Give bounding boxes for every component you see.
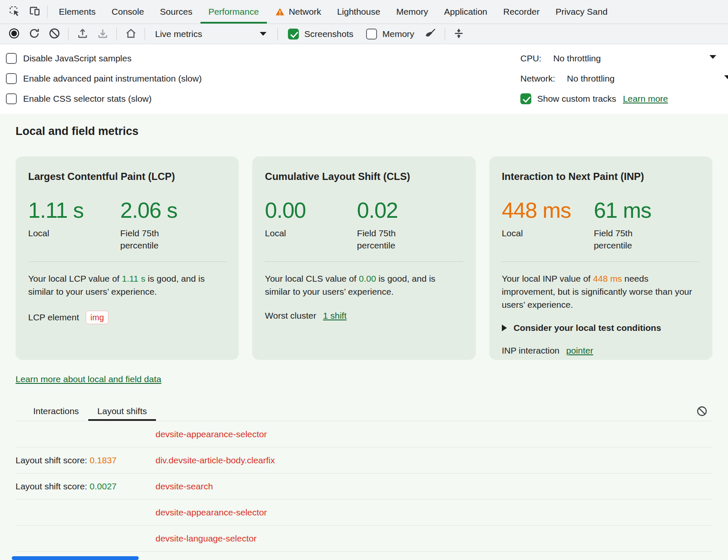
cls-local-label: Local <box>265 227 350 239</box>
device-toolbar-button[interactable] <box>25 3 44 21</box>
tab-interactions[interactable]: Interactions <box>24 401 88 421</box>
tab-lighthouse[interactable]: Lighthouse <box>329 0 388 24</box>
node-link[interactable]: devsite-language-selector <box>156 534 256 543</box>
disclosure-triangle-icon <box>502 325 507 331</box>
custom-tracks-learn-more-link[interactable]: Learn more <box>623 94 668 104</box>
circle-slash-icon <box>696 405 708 418</box>
tab-label: Recorder <box>503 7 539 17</box>
css-selector-stats-checkbox[interactable] <box>6 93 17 104</box>
cls-field-label: Field 75th percentile <box>357 227 420 251</box>
tab-label: Performance <box>208 7 259 17</box>
tab-performance[interactable]: Performance <box>200 0 267 24</box>
tab-network[interactable]: Network <box>267 0 329 24</box>
local-test-conditions-disclosure[interactable]: Consider your local test conditions <box>502 323 700 333</box>
lcp-description: Your local LCP value of 1.11 s is good, … <box>28 272 226 298</box>
cpu-throttling-row: CPU: No throttling <box>520 48 728 69</box>
inspect-element-button[interactable] <box>5 3 24 21</box>
inp-field-column: 61 ms Field 75th percentile <box>594 198 686 251</box>
chevron-down-icon[interactable] <box>710 55 716 59</box>
clear-button[interactable] <box>45 26 64 42</box>
shift-node-cell: devsite-search <box>156 481 213 491</box>
cls-worst-cluster-link[interactable]: 1 shift <box>323 311 346 321</box>
advanced-paint-checkbox[interactable] <box>6 73 17 84</box>
performance-settings: Disable JavaScript samples Enable advanc… <box>0 44 728 114</box>
tab-label: Network <box>289 7 321 17</box>
inp-interaction-label: INP interaction <box>502 346 559 356</box>
local-field-data-learn-more-link[interactable]: Learn more about local and field data <box>16 374 161 384</box>
screenshots-checkbox[interactable] <box>288 29 299 40</box>
memory-label: Memory <box>382 29 414 39</box>
network-throttling-select[interactable]: No throttling <box>567 74 615 84</box>
inp-local-label: Local <box>502 227 587 239</box>
tab-recorder[interactable]: Recorder <box>495 0 547 24</box>
record-and-reload-button[interactable] <box>24 26 44 42</box>
record-icon <box>8 27 20 41</box>
cls-card-title: Cumulative Layout Shift (CLS) <box>265 171 463 182</box>
screenshots-checkbox-row[interactable]: Screenshots <box>282 29 359 40</box>
tab-memory[interactable]: Memory <box>388 0 436 24</box>
tab-label: Layout shifts <box>98 406 147 416</box>
layout-shift-row[interactable]: devsite-language-selector <box>16 526 712 552</box>
layout-shift-row[interactable]: devsite-appearance-selector <box>16 499 712 526</box>
view-mode-dropdown[interactable]: Live metrics <box>149 26 273 42</box>
view-mode-value: Live metrics <box>155 29 202 39</box>
shift-score-cell: Layout shift score: 0.0027 <box>16 481 156 491</box>
lcp-local-value: 1.11 s <box>28 198 113 223</box>
horizontal-scrollbar-thumb[interactable] <box>12 556 139 560</box>
tab-layout-shifts[interactable]: Layout shifts <box>88 401 156 421</box>
tab-label: Lighthouse <box>337 7 380 17</box>
tab-console[interactable]: Console <box>104 0 152 24</box>
inp-field-value: 61 ms <box>594 198 679 223</box>
collect-garbage-button[interactable] <box>421 26 440 42</box>
cls-field-column: 0.02 Field 75th percentile <box>357 198 449 251</box>
live-metrics-home-button[interactable] <box>121 26 140 42</box>
record-button[interactable] <box>4 26 24 42</box>
css-selector-stats-label: Enable CSS selector stats (slow) <box>23 94 152 104</box>
disable-js-samples-checkbox[interactable] <box>6 53 17 64</box>
layout-shift-row[interactable]: Layout shift score: 0.0027 devsite-searc… <box>16 473 712 499</box>
lcp-local-column: 1.11 s Local <box>28 198 120 251</box>
inp-card-title: Interaction to Next Paint (INP) <box>502 171 700 182</box>
layout-shift-row[interactable]: devsite-appearance-selector <box>16 421 712 447</box>
node-link[interactable]: devsite-appearance-selector <box>156 507 267 517</box>
inp-interaction-link[interactable]: pointer <box>566 346 593 356</box>
throttling-settings: CPU: No throttling Network: No throttlin… <box>520 48 728 109</box>
chevron-down-icon[interactable] <box>724 75 728 79</box>
cls-description: Your local CLS value of 0.00 is good, an… <box>265 272 463 298</box>
node-link[interactable]: div.devsite-article-body.clearfix <box>156 455 275 465</box>
tabbar-separator <box>47 5 47 18</box>
shift-score-value: 0.0027 <box>90 481 116 491</box>
reload-icon <box>28 27 40 41</box>
tab-sources[interactable]: Sources <box>152 0 200 24</box>
shift-score-value: 0.1837 <box>90 455 116 465</box>
collapse-sections-button[interactable] <box>449 26 469 42</box>
show-custom-tracks-checkbox[interactable] <box>520 93 531 104</box>
disable-js-samples-label: Disable JavaScript samples <box>23 53 132 63</box>
devtools-tabbar: Elements Console Sources Performance Net… <box>0 0 728 24</box>
lcp-desc-value: 1.11 s <box>122 274 145 283</box>
cpu-throttling-select[interactable]: No throttling <box>553 53 601 63</box>
local-test-conditions-label: Consider your local test conditions <box>514 323 661 333</box>
node-link[interactable]: devsite-search <box>156 481 213 491</box>
cls-local-value: 0.00 <box>265 198 350 223</box>
shift-score-label: Layout shift score: <box>16 481 90 491</box>
lcp-field-value: 2.06 s <box>120 198 206 223</box>
load-profile-button[interactable] <box>73 26 92 42</box>
tab-elements[interactable]: Elements <box>51 0 104 24</box>
memory-checkbox[interactable] <box>366 29 377 40</box>
home-icon <box>125 27 137 41</box>
shift-score-label: Layout shift score: <box>16 455 90 465</box>
save-profile-button[interactable] <box>93 26 112 42</box>
tab-privacy-sandbox[interactable]: Privacy Sand <box>548 0 616 24</box>
lcp-field-column: 2.06 s Field 75th percentile <box>120 198 212 251</box>
network-label: Network: <box>520 74 555 84</box>
clear-log-button[interactable] <box>695 404 709 419</box>
lcp-desc-prefix: Your local LCP value of <box>28 274 122 283</box>
lcp-element-node-link[interactable]: img <box>86 311 108 324</box>
node-link[interactable]: devsite-appearance-selector <box>156 429 267 439</box>
upload-icon <box>76 27 89 41</box>
tab-application[interactable]: Application <box>436 0 496 24</box>
inp-local-value: 448 ms <box>502 198 587 223</box>
layout-shift-row[interactable]: Layout shift score: 0.1837 div.devsite-a… <box>16 447 712 473</box>
memory-checkbox-row[interactable]: Memory <box>360 29 420 40</box>
